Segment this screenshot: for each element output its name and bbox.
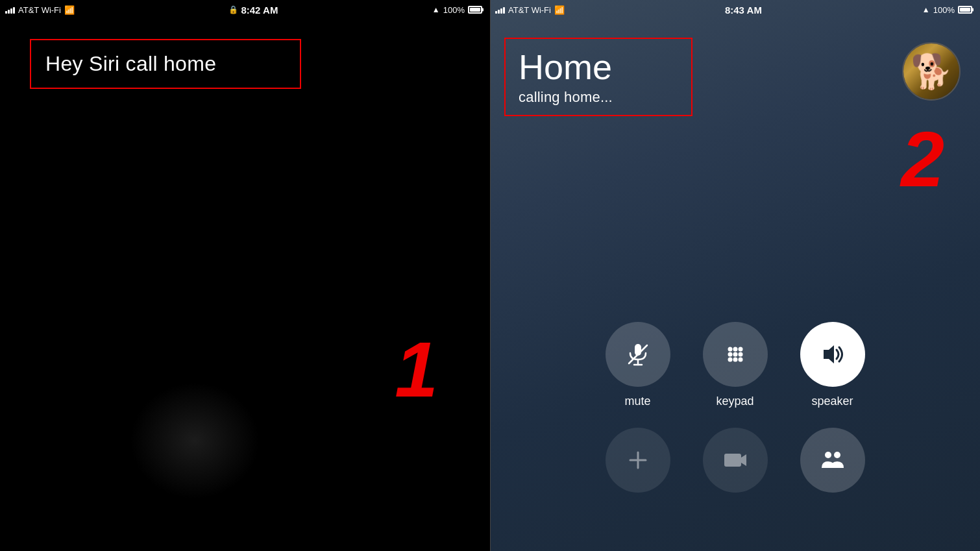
svg-point-10 [728,358,732,362]
carrier-left: AT&T Wi-Fi [18,5,61,15]
svg-point-5 [733,347,737,352]
add-call-button-container [606,428,670,493]
facetime-button[interactable] [703,428,768,493]
signal-bar-r3 [500,8,502,14]
mute-icon [624,340,652,369]
facetime-icon [721,446,750,474]
speaker-button-container: speaker [800,322,865,408]
svg-point-4 [728,347,732,352]
speaker-label: speaker [811,395,853,408]
signal-bar-2 [8,10,10,14]
status-bar-left: AT&T Wi-Fi 📶 🔒 8:42 AM ▲ 100% [0,0,490,18]
status-right-group-left: ▲ 100% [432,5,482,15]
signal-bar-1 [5,11,7,14]
location-icon-left: ▲ [432,5,440,14]
battery-pct-left: 100% [443,5,465,15]
call-info-box: Home calling home... [504,38,692,116]
signal-bar-r2 [498,10,500,14]
status-right-right-group: ▲ 100% [922,5,972,15]
dog-avatar: 🐕 [903,43,959,99]
mute-button-container: mute [606,322,670,408]
speaker-icon [818,340,847,369]
step-number-right: 2 [901,120,944,198]
mute-label: mute [624,395,650,408]
signal-bars-right [495,6,505,14]
carrier-right: AT&T Wi-Fi [508,5,551,15]
svg-point-18 [825,452,831,458]
status-left-group: AT&T Wi-Fi 📶 [5,5,75,15]
contacts-button-container [800,428,865,493]
keypad-button[interactable] [703,322,768,387]
siri-command-box: Hey Siri call home [30,39,301,89]
battery-pct-right: 100% [933,5,955,15]
signal-bar-r1 [495,11,497,14]
step-number-left: 1 [395,330,438,408]
contacts-icon [818,446,847,474]
battery-icon-left [468,6,482,14]
battery-fill-right [960,8,970,12]
contacts-button[interactable] [800,428,865,493]
keypad-icon [721,340,750,369]
contact-name: Home [519,48,678,86]
keypad-button-container: keypad [703,322,768,408]
siri-command-text: Hey Siri call home [45,52,216,75]
signal-bar-r4 [503,7,505,14]
svg-point-7 [728,352,732,357]
svg-point-11 [733,358,737,362]
svg-marker-17 [741,454,746,466]
wifi-icon-left: 📶 [64,5,75,15]
svg-point-19 [834,452,840,458]
add-call-button[interactable] [606,428,670,493]
panel-divider [490,0,491,551]
time-left: 8:42 AM [241,5,278,16]
battery-icon-right [958,6,972,14]
call-status: calling home... [519,89,678,106]
svg-point-9 [738,352,742,357]
signal-bar-4 [13,7,15,14]
left-glow [130,382,260,499]
location-icon-right: ▲ [922,5,930,14]
time-right: 8:43 AM [725,5,762,16]
dog-emoji: 🐕 [911,55,953,88]
signal-bars-left [5,6,15,14]
right-panel: AT&T Wi-Fi 📶 8:43 AM ▲ 100% Home calling… [490,0,980,551]
left-panel: AT&T Wi-Fi 📶 🔒 8:42 AM ▲ 100% Hey Siri c… [0,0,490,551]
battery-fill-left [470,8,480,12]
keypad-label: keypad [716,395,753,408]
call-buttons-row2 [490,428,980,493]
svg-point-12 [738,358,742,362]
wifi-icon-right: 📶 [554,5,565,15]
contact-avatar: 🐕 [902,42,961,101]
status-bar-right: AT&T Wi-Fi 📶 8:43 AM ▲ 100% [490,0,980,18]
status-right-left-group: AT&T Wi-Fi 📶 [495,5,565,15]
svg-marker-13 [824,345,834,363]
lock-icon-left: 🔒 [228,5,238,14]
signal-bar-3 [10,8,12,14]
add-call-icon [624,446,652,474]
mute-button[interactable] [606,322,670,387]
facetime-button-container [703,428,768,493]
battery-left [468,6,482,14]
call-buttons-row: mute keypad [490,322,980,408]
speaker-button[interactable] [800,322,865,387]
battery-right [958,6,972,14]
svg-point-8 [733,352,737,357]
svg-point-6 [738,347,742,352]
svg-rect-16 [724,454,741,467]
